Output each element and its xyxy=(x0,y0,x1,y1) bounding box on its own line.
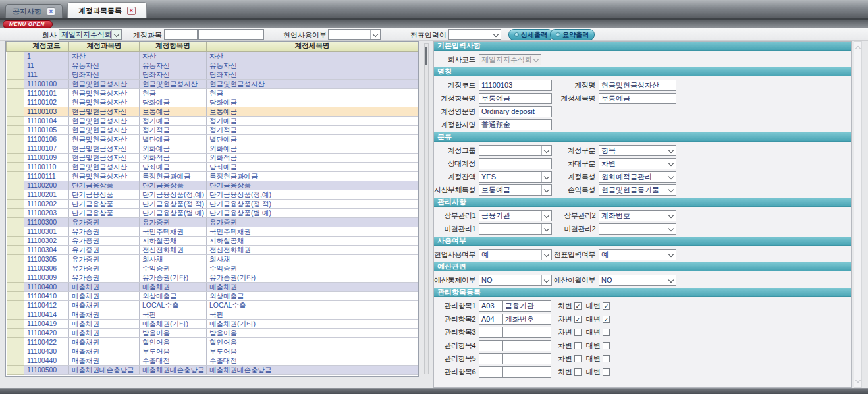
credit-checkbox[interactable]: ✓ xyxy=(603,316,610,323)
credit-checkbox[interactable] xyxy=(603,329,610,336)
row-selector[interactable] xyxy=(7,153,24,162)
table-row[interactable]: 11100440매출채권수출대전수출대전 xyxy=(7,356,418,365)
table-row[interactable]: 1자산자산자산 xyxy=(7,51,418,61)
col-header-subject[interactable]: 계정과목명 xyxy=(69,42,140,51)
table-row[interactable]: 11100107현금및현금성자산외화예금외화예금 xyxy=(7,144,418,153)
table-row[interactable]: 11100419매출채권매출채권(기타)매출채권(기타) xyxy=(7,319,418,328)
scrollbar-thumb[interactable] xyxy=(425,47,427,65)
row-selector[interactable] xyxy=(7,190,24,199)
row-selector[interactable] xyxy=(7,337,24,347)
debit-checkbox[interactable] xyxy=(574,329,582,336)
tab-notice[interactable]: 공지사항 × xyxy=(5,4,63,18)
company-select[interactable]: 제일저지주식회사 xyxy=(59,29,122,40)
field-use-detail-select[interactable]: 예 xyxy=(479,249,552,260)
row-selector[interactable] xyxy=(7,282,24,291)
mgmt-item-code-field[interactable] xyxy=(479,353,502,364)
debit-checkbox[interactable] xyxy=(574,355,582,362)
row-selector[interactable] xyxy=(7,134,24,144)
table-row[interactable]: 11100414매출채권국판국판 xyxy=(7,310,418,319)
account-name-field[interactable] xyxy=(599,80,676,91)
table-row[interactable]: 11100202단기금융상품단기금융상품(정.적)단기금융상품(정.적) xyxy=(7,199,418,208)
table-row[interactable]: 11100306유가증권수익증권수익증권 xyxy=(7,264,418,273)
row-selector[interactable] xyxy=(7,79,24,88)
table-row[interactable]: 11100109현금및현금성자산외화적금외화적금 xyxy=(7,153,418,162)
panel-scrollbar[interactable] xyxy=(854,41,862,388)
row-selector[interactable] xyxy=(7,125,24,134)
row-selector[interactable] xyxy=(7,116,24,125)
credit-checkbox[interactable] xyxy=(603,368,610,376)
table-row[interactable]: 11100104현금및현금성자산정기예금정기예금 xyxy=(7,116,418,125)
row-selector[interactable] xyxy=(7,291,24,300)
table-row[interactable]: 11유동자산유동자산유동자산 xyxy=(7,61,418,70)
ledger2-select[interactable]: 계좌번호 xyxy=(599,210,676,221)
mgmt-item-code-field[interactable] xyxy=(479,340,502,351)
table-row[interactable]: 11100420매출채권받을어음받을어음 xyxy=(7,328,418,337)
table-row[interactable]: 11100500매출채권대손충당금매출채권대손충당금매출채권대손충당금 xyxy=(7,365,418,374)
row-selector[interactable] xyxy=(7,236,24,245)
slip-entry-detail-select[interactable]: 예 xyxy=(599,249,676,260)
table-row[interactable]: 11100103현금및현금성자산보통예금보통예금 xyxy=(7,107,418,116)
field-use-select[interactable] xyxy=(328,29,381,40)
table-row[interactable]: 11100201단기금융상품단기금융상품(정,예)단기금융상품(정,예) xyxy=(7,190,418,199)
row-selector[interactable] xyxy=(7,245,24,254)
row-selector[interactable] xyxy=(7,356,24,365)
row-selector[interactable] xyxy=(7,310,24,319)
table-row[interactable]: 11100412매출채권LOCAL수출LOCAL수출 xyxy=(7,300,418,310)
mgmt-item-code-field[interactable] xyxy=(479,327,502,338)
scroll-down-icon[interactable] xyxy=(855,378,861,383)
table-row[interactable]: 11100400매출채권매출채권매출채권 xyxy=(7,282,418,291)
table-row[interactable]: 11100410매출채권외상매출금외상매출금 xyxy=(7,291,418,300)
col-header-code[interactable]: 계정코드 xyxy=(24,42,69,51)
table-row[interactable]: 11100422매출채권할인어음할인어음 xyxy=(7,337,418,347)
account-balance-select[interactable]: YES xyxy=(479,171,552,183)
mgmt-item-name-field[interactable] xyxy=(502,314,551,325)
dc-division-select[interactable]: 차변 xyxy=(599,158,676,169)
row-selector[interactable] xyxy=(7,70,24,79)
row-selector[interactable] xyxy=(7,144,24,153)
table-row[interactable]: 11100300유가증권유가증권유가증권 xyxy=(7,217,418,227)
slip-entry-select[interactable] xyxy=(448,29,501,40)
row-selector[interactable] xyxy=(7,319,24,328)
summary-print-button[interactable]: 요약출력 xyxy=(550,29,595,40)
table-row[interactable]: 11100106현금및현금성자산별단예금별단예금 xyxy=(7,134,418,144)
row-selector[interactable] xyxy=(7,162,24,171)
debit-checkbox[interactable]: ✓ xyxy=(574,302,582,310)
scroll-up-icon[interactable] xyxy=(855,46,861,51)
table-row[interactable]: 11100309유가증권유가증권(기타)유가증권(기타) xyxy=(7,273,418,282)
account-group-select[interactable] xyxy=(479,145,552,156)
row-selector[interactable] xyxy=(7,208,24,217)
asset-liab-trait-select[interactable]: 보통예금 xyxy=(479,184,552,196)
debit-checkbox[interactable]: ✓ xyxy=(574,316,582,323)
table-row[interactable]: 111당좌자산당좌자산당좌자산 xyxy=(7,70,418,79)
table-row[interactable]: 11100102현금및현금성자산당좌예금당좌예금 xyxy=(7,98,418,107)
row-selector[interactable] xyxy=(7,107,24,116)
pending2-select[interactable] xyxy=(599,223,676,235)
mgmt-item-name-field[interactable] xyxy=(502,353,551,364)
table-scrollbar[interactable] xyxy=(424,43,429,374)
account-name-input[interactable] xyxy=(198,29,264,40)
row-selector[interactable] xyxy=(7,227,24,236)
row-selector[interactable] xyxy=(7,98,24,107)
debit-checkbox[interactable] xyxy=(574,342,582,349)
col-header-subitem[interactable]: 계정세목명 xyxy=(207,42,418,51)
account-code-field[interactable] xyxy=(479,80,552,91)
row-selector[interactable] xyxy=(7,365,24,374)
mgmt-item-name-field[interactable] xyxy=(502,366,551,378)
credit-checkbox[interactable] xyxy=(603,355,610,362)
table-row[interactable]: 11100111현금및현금성자산특정현금과예금특정현금과예금 xyxy=(7,171,418,181)
row-selector[interactable] xyxy=(7,181,24,190)
table-row[interactable]: 11100304유가증권전신전화채권전신전화채권 xyxy=(7,245,418,254)
row-selector[interactable] xyxy=(7,51,24,61)
english-name-field[interactable] xyxy=(479,106,552,117)
row-selector[interactable] xyxy=(7,347,24,356)
row-selector[interactable] xyxy=(7,264,24,273)
tab-close-icon[interactable]: × xyxy=(47,7,55,16)
row-selector[interactable] xyxy=(7,217,24,227)
row-selector[interactable] xyxy=(7,171,24,181)
mgmt-item-name-field[interactable] xyxy=(502,327,551,338)
debit-checkbox[interactable] xyxy=(574,368,582,376)
table-row[interactable]: 11100101현금및현금성자산현금현금 xyxy=(7,88,418,98)
detail-print-button[interactable]: 상세출력 xyxy=(508,29,553,40)
table-row[interactable]: 11100430매출채권부도어음부도어음 xyxy=(7,347,418,356)
sub-item-name-field[interactable] xyxy=(599,93,676,104)
